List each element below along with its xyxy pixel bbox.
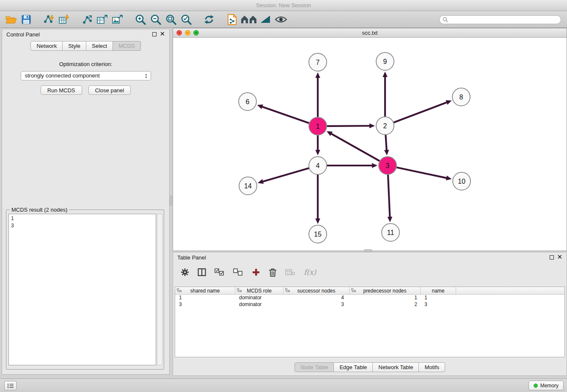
graph-edge-2-9[interactable] (383, 72, 388, 116)
graph-node-10[interactable]: 10 (453, 172, 471, 190)
graph-edge-3-1[interactable] (327, 131, 380, 161)
first-neighbors-button[interactable] (239, 12, 258, 27)
search-field[interactable] (439, 15, 561, 24)
maximize-window-icon[interactable] (193, 30, 199, 36)
optimization-criterion-label: Optimization criterion: (2, 61, 169, 67)
cell-mcds-role[interactable]: dominator (235, 301, 284, 308)
float-panel-icon[interactable] (152, 32, 157, 36)
column-header-mcds-role[interactable]: MCDS role (235, 287, 284, 294)
table-settings-button[interactable] (181, 268, 189, 276)
delete-table-button[interactable] (285, 268, 295, 276)
cell-predecessor-nodes[interactable]: 1 (350, 295, 421, 301)
import-network-button[interactable] (41, 12, 57, 27)
tab-select[interactable]: Select (86, 41, 113, 51)
optimization-criterion-select[interactable]: strongly connected component ▲▼ (21, 71, 151, 80)
graph-node-14[interactable]: 14 (239, 177, 257, 195)
minimize-window-icon[interactable] (185, 30, 190, 36)
graph-edge-3-11[interactable] (388, 175, 393, 222)
new-network-button[interactable] (80, 12, 95, 27)
add-entry-button[interactable] (252, 268, 260, 276)
graph-node-1[interactable]: 1 (309, 117, 327, 135)
mcds-result-list: 1 3 (8, 214, 156, 365)
memory-button[interactable]: Memory (528, 381, 564, 390)
table-row[interactable]: 1 dominator 4 1 1 (175, 295, 564, 301)
graphics-details-button[interactable] (273, 12, 289, 27)
export-image-button[interactable] (110, 12, 125, 27)
tab-style[interactable]: Style (63, 41, 86, 51)
import-table-button[interactable] (57, 12, 72, 27)
delete-entry-button[interactable] (269, 268, 277, 277)
network-graph: 7968124314101511 (173, 38, 567, 251)
graph-node-4[interactable]: 4 (309, 157, 327, 174)
graph-edge-4-3[interactable] (327, 163, 377, 168)
run-mcds-button[interactable]: Run MCDS (41, 86, 82, 95)
column-header-shared-name[interactable]: shared name (175, 287, 235, 294)
network-canvas[interactable]: 7968124314101511 (173, 38, 567, 251)
visual-style-button[interactable] (258, 12, 273, 27)
save-session-button[interactable] (19, 12, 34, 27)
graph-edge-1-4[interactable] (315, 135, 320, 155)
select-all-columns-button[interactable] (215, 268, 225, 276)
column-chooser-button[interactable] (198, 268, 206, 276)
cell-successor-nodes[interactable]: 4 (284, 295, 350, 301)
close-window-icon[interactable] (176, 30, 182, 36)
result-scrollbar[interactable] (157, 214, 162, 365)
close-panel-button[interactable]: Close panel (88, 86, 131, 95)
function-builder-button[interactable]: f(x) (304, 268, 316, 276)
cell-predecessor-nodes[interactable]: 2 (350, 301, 421, 308)
graph-node-6[interactable]: 6 (239, 93, 256, 110)
vertical-splitter-grip[interactable] (170, 196, 172, 206)
mcds-result-groupbox: MCDS result (2 nodes) 1 3 (6, 210, 164, 370)
cell-shared-name[interactable]: 1 (175, 295, 235, 301)
column-header-successor-nodes[interactable]: successor nodes (284, 287, 350, 294)
graph-edge-1-6[interactable] (257, 105, 309, 123)
tab-motifs[interactable]: Motifs (419, 362, 445, 372)
cell-successor-nodes[interactable]: 3 (284, 301, 350, 308)
close-table-panel-icon[interactable]: ✕ (557, 254, 562, 260)
graph-edge-4-15[interactable] (315, 175, 320, 224)
graph-node-11[interactable]: 11 (382, 224, 399, 241)
export-table-button[interactable] (95, 12, 110, 27)
tab-node-table[interactable]: Node Table (295, 362, 334, 372)
cell-mcds-role[interactable]: dominator (235, 295, 284, 301)
graph-edge-2-8[interactable] (394, 100, 452, 123)
column-header-predecessor-nodes[interactable]: predecessor nodes (350, 287, 421, 294)
graph-edge-1-7[interactable] (315, 72, 320, 117)
graph-node-8[interactable]: 8 (452, 88, 470, 106)
columns-icon (198, 268, 206, 276)
search-input[interactable] (448, 17, 561, 23)
float-table-panel-icon[interactable] (550, 255, 554, 259)
zoom-fit-button[interactable] (163, 12, 179, 27)
tab-mcds[interactable]: MCDS (113, 41, 140, 51)
memory-label: Memory (540, 383, 559, 389)
zoom-out-button[interactable] (148, 12, 163, 27)
graph-node-2[interactable]: 2 (376, 117, 394, 135)
graph-edge-2-3[interactable] (384, 135, 389, 155)
table-row[interactable]: 3 dominator 3 2 3 (175, 301, 564, 308)
task-history-button[interactable] (4, 381, 17, 390)
close-panel-icon[interactable]: ✕ (160, 30, 165, 37)
network-window-titlebar[interactable]: scc.txt (173, 28, 567, 38)
graph-edge-4-14[interactable] (258, 168, 309, 184)
graph-edge-1-2[interactable] (327, 123, 375, 128)
zoom-in-button[interactable] (133, 12, 148, 27)
column-header-name[interactable]: name (421, 287, 456, 294)
graph-node-9[interactable]: 9 (376, 52, 394, 70)
refresh-view-button[interactable] (201, 12, 217, 27)
zoom-in-icon (135, 14, 146, 25)
tab-edge-table[interactable]: Edge Table (334, 362, 373, 372)
save-floppy-icon (22, 15, 31, 24)
graph-node-15[interactable]: 15 (309, 225, 327, 243)
open-session-button[interactable] (3, 12, 19, 27)
network-from-clipboard-button[interactable] (224, 12, 239, 27)
deselect-all-columns-button[interactable] (233, 268, 243, 276)
tab-network-table[interactable]: Network Table (373, 362, 419, 372)
cell-name[interactable]: 3 (421, 301, 456, 308)
graph-node-7[interactable]: 7 (309, 53, 327, 71)
cell-shared-name[interactable]: 3 (175, 301, 235, 308)
tab-network[interactable]: Network (30, 41, 63, 51)
zoom-selected-button[interactable] (179, 12, 194, 27)
cell-name[interactable]: 1 (421, 295, 456, 301)
graph-edge-3-10[interactable] (397, 168, 452, 180)
graph-node-3[interactable]: 3 (379, 157, 396, 174)
